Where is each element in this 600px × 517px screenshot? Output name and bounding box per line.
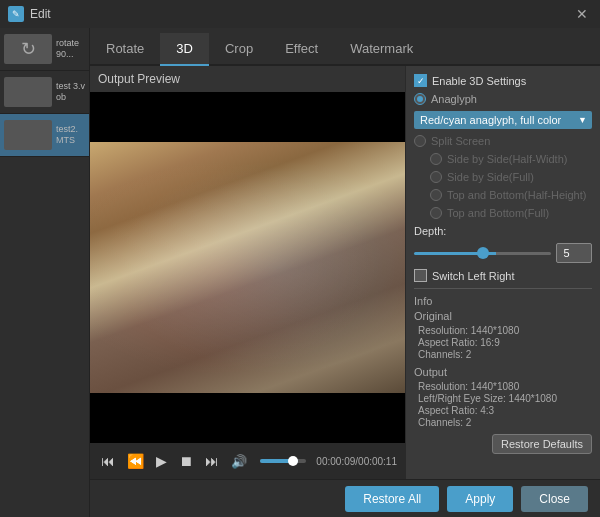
- info-section: Info Original Resolution: 1440*1080 Aspe…: [414, 295, 592, 360]
- stop-button[interactable]: ⏹: [176, 451, 196, 471]
- split-opt-3-radio[interactable]: [430, 189, 442, 201]
- settings-panel: Enable 3D Settings Anaglyph Red/cyan ana…: [405, 66, 600, 479]
- anaglyph-overlay: [90, 142, 405, 393]
- time-display: 00:00:09/00:00:11: [316, 456, 397, 467]
- original-aspect-ratio: Aspect Ratio: 16:9: [414, 337, 592, 348]
- depth-slider[interactable]: [414, 252, 551, 255]
- tab-rotate[interactable]: Rotate: [90, 33, 160, 66]
- apply-button[interactable]: Apply: [447, 486, 513, 512]
- tabs-bar: Rotate 3D Crop Effect Watermark: [90, 28, 600, 66]
- split-opt-2-radio[interactable]: [430, 171, 442, 183]
- volume-icon[interactable]: 🔊: [228, 452, 250, 471]
- split-screen-radio-row: Split Screen: [414, 135, 592, 147]
- anaglyph-dropdown-row: Red/cyan anaglyph, full color Red/cyan a…: [414, 111, 592, 129]
- tab-crop[interactable]: Crop: [209, 33, 269, 66]
- video-content: [90, 142, 405, 393]
- anaglyph-label: Anaglyph: [431, 93, 477, 105]
- sidebar-thumb-test2: [4, 120, 52, 150]
- restore-defaults-button[interactable]: Restore Defaults: [492, 434, 592, 454]
- sidebar-item-rotate[interactable]: ↻ rotate 90...: [0, 28, 89, 71]
- depth-label-row: Depth:: [414, 225, 592, 237]
- restore-all-button[interactable]: Restore All: [345, 486, 439, 512]
- enable-3d-checkbox[interactable]: [414, 74, 427, 87]
- output-channels: Channels: 2: [414, 417, 592, 428]
- sidebar-label-test3: test 3.vob: [56, 81, 85, 103]
- tab-3d[interactable]: 3D: [160, 33, 209, 66]
- split-opt-3-label: Top and Bottom(Half-Height): [447, 189, 586, 201]
- video-black-bar-top: [90, 92, 405, 142]
- skip-forward-button[interactable]: ⏭: [202, 451, 222, 471]
- split-opt-1-row: Side by Side(Half-Width): [414, 153, 592, 165]
- right-panel: Rotate 3D Crop Effect Watermark Output P…: [90, 28, 600, 517]
- tab-watermark[interactable]: Watermark: [334, 33, 429, 66]
- info-title: Info: [414, 295, 592, 307]
- footer: Restore All Apply Close: [90, 479, 600, 517]
- progress-bar[interactable]: [260, 459, 306, 463]
- close-window-button[interactable]: ✕: [572, 6, 592, 22]
- split-screen-label: Split Screen: [431, 135, 490, 147]
- split-opt-2-row: Side by Side(Full): [414, 171, 592, 183]
- split-opt-1-radio[interactable]: [430, 153, 442, 165]
- anaglyph-dropdown-wrap: Red/cyan anaglyph, full color Red/cyan a…: [414, 111, 592, 129]
- main-container: ↻ rotate 90... test 3.vob test2.MTS Rota…: [0, 28, 600, 517]
- video-frame: [90, 92, 405, 443]
- divider-1: [414, 288, 592, 289]
- switch-lr-text: Switch Left Right: [432, 270, 515, 282]
- depth-label: Depth:: [414, 225, 446, 237]
- split-screen-radio[interactable]: [414, 135, 426, 147]
- tab-effect[interactable]: Effect: [269, 33, 334, 66]
- sidebar-item-test2[interactable]: test2.MTS: [0, 114, 89, 157]
- window-title: Edit: [30, 7, 572, 21]
- original-title: Original: [414, 310, 592, 322]
- play-button[interactable]: ▶: [153, 451, 170, 471]
- sidebar: ↻ rotate 90... test 3.vob test2.MTS: [0, 28, 90, 517]
- enable-3d-row: Enable 3D Settings: [414, 74, 592, 87]
- switch-lr-checkbox[interactable]: [414, 269, 427, 282]
- output-section: Output Resolution: 1440*1080 Left/Right …: [414, 366, 592, 428]
- video-black-bar-bottom: [90, 393, 405, 443]
- enable-3d-text: Enable 3D Settings: [432, 75, 526, 87]
- split-opt-4-row: Top and Bottom(Full): [414, 207, 592, 219]
- switch-lr-label[interactable]: Switch Left Right: [414, 269, 515, 282]
- original-channels: Channels: 2: [414, 349, 592, 360]
- controls-bar: ⏮ ⏪ ▶ ⏹ ⏭ 🔊 00:00:09/00:00:11: [90, 443, 405, 479]
- anaglyph-dropdown[interactable]: Red/cyan anaglyph, full color Red/cyan a…: [414, 111, 592, 129]
- split-opt-4-radio[interactable]: [430, 207, 442, 219]
- sidebar-thumb-test3: [4, 77, 52, 107]
- close-button[interactable]: Close: [521, 486, 588, 512]
- output-aspect-ratio: Aspect Ratio: 4:3: [414, 405, 592, 416]
- split-opt-2-label: Side by Side(Full): [447, 171, 534, 183]
- depth-slider-row: [414, 243, 592, 263]
- split-opt-1-label: Side by Side(Half-Width): [447, 153, 567, 165]
- content-area: Output Preview ⏮ ⏪ ▶ ⏹ ⏭ 🔊: [90, 66, 600, 479]
- step-back-button[interactable]: ⏪: [124, 451, 147, 471]
- anaglyph-radio-row: Anaglyph: [414, 93, 592, 105]
- split-opt-3-row: Top and Bottom(Half-Height): [414, 189, 592, 201]
- output-eye-size: Left/Right Eye Size: 1440*1080: [414, 393, 592, 404]
- split-opt-4-label: Top and Bottom(Full): [447, 207, 549, 219]
- app-icon: ✎: [8, 6, 24, 22]
- sidebar-item-test3[interactable]: test 3.vob: [0, 71, 89, 114]
- sidebar-label-test2: test2.MTS: [56, 124, 85, 146]
- output-resolution: Resolution: 1440*1080: [414, 381, 592, 392]
- progress-handle[interactable]: [288, 456, 298, 466]
- title-bar: ✎ Edit ✕: [0, 0, 600, 28]
- video-area: Output Preview ⏮ ⏪ ▶ ⏹ ⏭ 🔊: [90, 66, 405, 479]
- skip-back-button[interactable]: ⏮: [98, 451, 118, 471]
- sidebar-thumb-rotate: ↻: [4, 34, 52, 64]
- original-resolution: Resolution: 1440*1080: [414, 325, 592, 336]
- sidebar-label-rotate: rotate 90...: [56, 38, 85, 60]
- switch-lr-row: Switch Left Right: [414, 269, 592, 282]
- output-title: Output: [414, 366, 592, 378]
- enable-3d-label[interactable]: Enable 3D Settings: [414, 74, 526, 87]
- anaglyph-radio[interactable]: [414, 93, 426, 105]
- depth-spinbox[interactable]: [556, 243, 592, 263]
- output-preview-label: Output Preview: [90, 66, 405, 92]
